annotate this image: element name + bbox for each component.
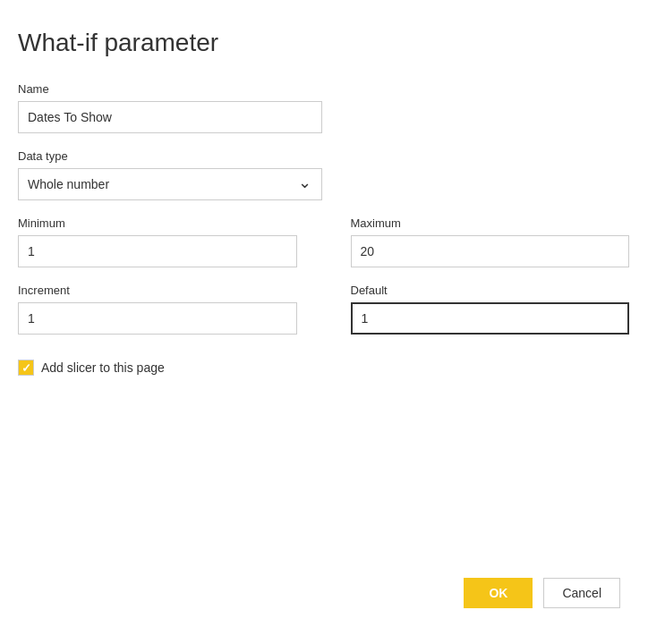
default-input[interactable] — [351, 302, 630, 335]
data-type-field-group: Data type Whole number Decimal number Fi… — [18, 149, 629, 200]
increment-col: Increment — [18, 284, 297, 335]
ok-button[interactable]: OK — [464, 578, 533, 608]
default-col: Default — [351, 284, 630, 335]
increment-default-row: Increment Default — [18, 284, 629, 335]
dialog-title: What-if parameter — [18, 29, 629, 57]
add-slicer-checkbox[interactable]: ✓ — [18, 360, 34, 376]
name-field-group: Name — [18, 82, 629, 133]
minimum-col: Minimum — [18, 216, 297, 267]
checkmark-icon: ✓ — [21, 362, 31, 374]
data-type-select-wrapper: Whole number Decimal number Fixed decima… — [18, 168, 322, 200]
maximum-input[interactable] — [351, 235, 630, 267]
increment-label: Increment — [18, 284, 297, 297]
data-type-select[interactable]: Whole number Decimal number Fixed decima… — [18, 168, 322, 200]
minimum-input[interactable] — [18, 235, 297, 267]
min-max-row: Minimum Maximum — [18, 216, 629, 267]
cancel-button[interactable]: Cancel — [543, 578, 620, 608]
name-label: Name — [18, 82, 629, 96]
dialog-buttons: OK Cancel — [464, 578, 629, 608]
increment-input[interactable] — [18, 302, 297, 335]
add-slicer-label: Add slicer to this page — [41, 360, 165, 375]
what-if-dialog: What-if parameter Name Data type Whole n… — [0, 0, 665, 644]
maximum-col: Maximum — [351, 216, 630, 267]
minimum-label: Minimum — [18, 216, 297, 230]
name-input[interactable] — [18, 101, 322, 133]
data-type-label: Data type — [18, 149, 629, 163]
maximum-label: Maximum — [351, 216, 630, 230]
default-label: Default — [351, 284, 630, 297]
add-slicer-row: ✓ Add slicer to this page — [18, 360, 629, 376]
